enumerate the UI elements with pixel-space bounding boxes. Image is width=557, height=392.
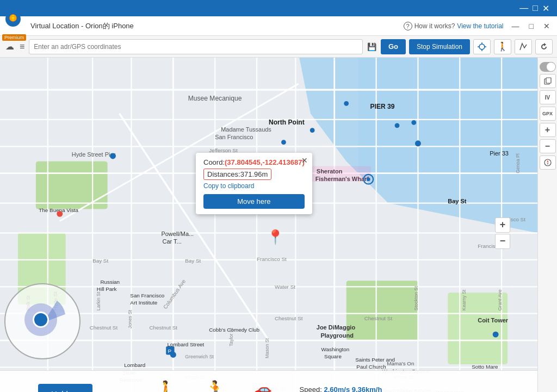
copy-to-clipboard-btn[interactable]: Copy to clipboard — [203, 182, 305, 190]
premium-badge: Premium — [2, 34, 26, 41]
svg-point-0 — [10, 15, 16, 21]
toolbar: ☁ ≡ 💾 Go Stop Simulation 🚶 — [0, 36, 557, 58]
view-tutorial-link[interactable]: View the tutorial — [457, 22, 503, 30]
zoom-in-btn[interactable]: + — [495, 217, 510, 233]
walk-mode-btn[interactable]: 🚶 — [494, 39, 511, 54]
svg-text:Genoa Pl: Genoa Pl — [515, 153, 521, 173]
title-bar-left: Premium Virtual Location - Orion的 iPhone — [5, 11, 134, 41]
svg-marker-128 — [547, 163, 548, 165]
title-bar: Premium Virtual Location - Orion的 iPhone… — [0, 16, 557, 36]
copy-sidebar-btn[interactable] — [540, 74, 556, 88]
move-here-button[interactable]: Move here — [203, 194, 305, 209]
close-window-btn[interactable]: ✕ — [542, 22, 552, 30]
svg-text:Larkin St: Larkin St — [96, 291, 101, 310]
refresh-btn[interactable] — [535, 39, 553, 54]
popup-close-btn[interactable]: ✕ — [301, 156, 308, 165]
minimize-window-btn[interactable]: — — [510, 22, 521, 30]
svg-text:Stockton St: Stockton St — [413, 286, 419, 310]
maximize-btn[interactable]: □ — [530, 3, 540, 13]
map-area[interactable]: Musee Mecanique Madame Tussauds San Fran… — [0, 58, 537, 392]
svg-text:San Francisco: San Francisco — [215, 134, 253, 140]
location-target-btn[interactable] — [473, 39, 491, 54]
svg-text:Taylor St: Taylor St — [228, 327, 234, 346]
stop-simulation-button[interactable]: Stop Simulation — [409, 39, 470, 54]
speed-value: 2.60m/s — [324, 385, 350, 392]
svg-text:Sotto Mare: Sotto Mare — [472, 364, 498, 370]
car-speed-icon[interactable]: 🚗 — [253, 381, 273, 392]
svg-text:Water St: Water St — [275, 284, 295, 290]
compass-sidebar-btn[interactable] — [540, 155, 556, 170]
svg-text:Cobb's Comedy Club: Cobb's Comedy Club — [209, 327, 259, 333]
zoom-plus-sidebar-btn[interactable]: + — [540, 123, 556, 137]
svg-point-113 — [493, 332, 499, 338]
svg-text:Madame Tussauds: Madame Tussauds — [221, 126, 271, 133]
svg-text:Square: Square — [324, 353, 342, 359]
svg-text:Francisco St: Francisco St — [257, 256, 287, 262]
iv-btn[interactable]: IV — [540, 90, 556, 104]
svg-rect-125 — [546, 78, 551, 83]
zoom-minus-sidebar-btn[interactable]: − — [540, 139, 556, 153]
gpx-btn[interactable]: GPX — [540, 107, 556, 121]
svg-text:Mason St: Mason St — [264, 338, 270, 358]
maximize-window-btn[interactable]: □ — [528, 22, 535, 30]
svg-text:Musee Mecanique: Musee Mecanique — [188, 95, 242, 102]
svg-text:Bay St: Bay St — [92, 258, 108, 264]
route-mode-btn[interactable] — [515, 39, 532, 54]
save-icon: 💾 — [366, 42, 377, 51]
svg-text:Russian: Russian — [100, 279, 120, 285]
svg-text:Bay St: Bay St — [448, 198, 466, 204]
close-top-btn[interactable]: ✕ — [540, 3, 552, 14]
svg-text:Lombard: Lombard — [124, 363, 145, 369]
svg-marker-127 — [547, 160, 548, 163]
svg-rect-13 — [346, 281, 418, 340]
run-speed-icon[interactable]: 🏃 — [205, 379, 226, 393]
svg-text:Playground: Playground — [321, 332, 354, 339]
svg-text:Bay St: Bay St — [185, 258, 201, 264]
svg-text:Greenwich St: Greenwich St — [185, 354, 214, 359]
cloud-icon: ☁ — [4, 41, 15, 52]
svg-text:Chestnut St: Chestnut St — [364, 315, 393, 321]
svg-text:Car T...: Car T... — [163, 238, 182, 245]
svg-text:Coit Tower: Coit Tower — [478, 317, 509, 323]
compass-circle — [4, 283, 81, 359]
zoom-out-btn[interactable]: − — [495, 234, 510, 249]
svg-point-3 — [479, 44, 485, 49]
minimize-btn[interactable]: — — [517, 3, 530, 13]
list-icon: ≡ — [18, 42, 26, 52]
svg-text:North Point: North Point — [269, 119, 305, 126]
svg-text:Pier 33: Pier 33 — [490, 150, 509, 157]
iv-label: IV — [545, 95, 550, 101]
main-area: Musee Mecanique Madame Tussauds San Fran… — [0, 58, 557, 392]
popup-distance: Distances:371.96m — [203, 169, 271, 180]
svg-point-108 — [395, 123, 400, 128]
app-icon — [5, 11, 21, 27]
popup-coordinates: Coord:(37.804545,-122.413687) — [203, 158, 305, 166]
svg-text:Washington: Washington — [321, 346, 350, 352]
map-popup: ✕ Coord:(37.804545,-122.413687) Distance… — [196, 153, 312, 214]
compass-area — [4, 283, 89, 368]
app-title: Virtual Location - Orion的 iPhone — [30, 21, 134, 31]
svg-text:San Francisco: San Francisco — [130, 293, 165, 298]
svg-rect-118 — [311, 166, 371, 182]
help-link: ? How it works? View the tutorial — [404, 22, 504, 30]
svg-text:Art Institute: Art Institute — [130, 300, 157, 306]
speed-display: Speed: 2.60m/s 9.36km/h — [300, 385, 382, 392]
svg-point-107 — [344, 101, 349, 106]
svg-text:Chestnut St: Chestnut St — [275, 315, 303, 321]
svg-point-115 — [57, 211, 63, 217]
svg-text:Hyde Street Pier: Hyde Street Pier — [72, 151, 116, 158]
right-sidebar: IV GPX + − Ver 1.6.4.6 — [537, 58, 557, 392]
speed-kmh: 9.36km/h — [352, 385, 382, 392]
svg-text:Hill Park: Hill Park — [97, 286, 117, 292]
svg-text:Chestnut St: Chestnut St — [90, 325, 118, 331]
toggle-switch[interactable] — [540, 62, 556, 72]
svg-point-106 — [281, 140, 286, 145]
go-button[interactable]: Go — [381, 39, 406, 54]
address-input[interactable] — [29, 39, 363, 54]
walk-speed-icon[interactable]: 🚶 — [156, 379, 177, 393]
svg-point-109 — [411, 120, 416, 125]
svg-text:Jones St: Jones St — [127, 309, 133, 328]
hold-on-button[interactable]: Hold on — [38, 384, 92, 392]
zoom-controls: + − — [495, 217, 510, 249]
toggle-circle — [547, 63, 555, 71]
